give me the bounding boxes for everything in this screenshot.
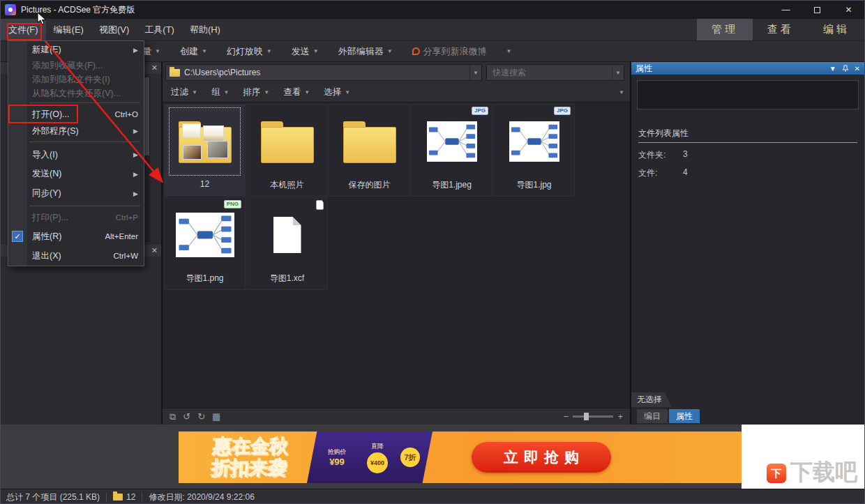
- maximize-button[interactable]: [802, 1, 833, 19]
- chevron-down-icon: ▼: [192, 89, 197, 96]
- grid-view-icon[interactable]: ▦: [212, 412, 220, 421]
- toolbar-overflow-chevron-icon[interactable]: ▼: [506, 48, 512, 54]
- file-name: 保存的图片: [349, 179, 391, 191]
- zoom-out-button[interactable]: −: [564, 411, 569, 422]
- filter-overflow-chevron-icon[interactable]: ▼: [619, 89, 624, 96]
- sort-button[interactable]: 排序▼: [243, 86, 269, 98]
- zoom-slider-thumb[interactable]: [584, 413, 589, 420]
- menu-file[interactable]: 文件(F): [1, 19, 46, 40]
- ad-banner[interactable]: 惠在金秋 折扣来袭 抢购价 ¥99 直降 ¥400 7折 立即抢购: [179, 432, 742, 483]
- close-icon[interactable]: ✕: [151, 63, 158, 72]
- property-row: 文件: 4: [638, 167, 857, 179]
- menu-item-restore-private[interactable]: 从隐私文件夹还原(V)...: [8, 87, 144, 101]
- property-label: 文件夹:: [638, 149, 683, 161]
- duplicate-view-icon[interactable]: ⧉: [170, 412, 176, 421]
- view-button[interactable]: 查看▼: [283, 86, 310, 98]
- address-row: C:\Users\pc\Pictures ▼ ▼: [163, 62, 630, 83]
- chevron-down-icon: ▼: [223, 89, 229, 96]
- submenu-arrow-icon: ▶: [133, 128, 138, 135]
- toolbar-share-weibo[interactable]: 分享到新浪微博: [412, 45, 487, 58]
- chevron-down-icon[interactable]: ▼: [829, 65, 836, 72]
- toolbar-external-editor[interactable]: 外部编辑器▼: [338, 45, 393, 58]
- menu-item-properties[interactable]: ✓属性(R)Alt+Enter: [8, 227, 144, 246]
- file-name: 12: [200, 179, 209, 189]
- menu-view[interactable]: 视图(V): [91, 19, 137, 40]
- toolbar-send[interactable]: 发送▼: [292, 45, 319, 58]
- search-input[interactable]: [487, 67, 612, 78]
- quick-search-box[interactable]: ▼: [486, 64, 624, 81]
- file-tile-image[interactable]: JPG 导图1.jpeg: [411, 104, 492, 197]
- file-thumbnail: [252, 108, 322, 175]
- select-button[interactable]: 选择▼: [324, 86, 350, 98]
- zoom-slider[interactable]: [573, 415, 613, 418]
- folder-icon: [170, 69, 180, 77]
- close-icon[interactable]: ✕: [855, 65, 860, 72]
- zoom-in-button[interactable]: +: [617, 411, 623, 422]
- toolbar-slideshow[interactable]: 幻灯放映▼: [227, 45, 272, 58]
- tab-catalog[interactable]: 编目: [637, 409, 668, 423]
- file-tile-folder[interactable]: 保存的图片: [329, 104, 410, 197]
- close-button[interactable]: ✕: [833, 1, 864, 19]
- file-tile-image[interactable]: JPG 导图1.jpg: [493, 104, 575, 197]
- submenu-arrow-icon: ▶: [133, 151, 138, 158]
- chevron-down-icon: ▼: [615, 70, 621, 76]
- checked-icon: ✓: [12, 231, 23, 242]
- menu-help[interactable]: 帮助(H): [182, 19, 228, 40]
- tab-view[interactable]: 查看: [753, 19, 808, 40]
- menu-item-send[interactable]: 发送(N)▶: [8, 165, 144, 184]
- window-title: Pictures - ACDSee 官方免费版: [21, 4, 135, 16]
- file-tile-folder-12[interactable]: 12: [164, 104, 246, 197]
- menu-item-new[interactable]: 新建(E)▶: [8, 41, 144, 59]
- properties-tabs: 编目 属性: [631, 409, 864, 423]
- menu-item-sync[interactable]: 同步(Y)▶: [8, 184, 144, 204]
- toolbar-create[interactable]: 创建▼: [180, 45, 207, 58]
- status-bar: 总计 7 个项目 (225.1 KB) 12 修改日期: 2020/9/24 9…: [1, 489, 864, 504]
- file-tile-folder[interactable]: 本机照片: [246, 104, 328, 197]
- filter-button[interactable]: 过滤▼: [171, 86, 197, 98]
- file-tile-document[interactable]: 导图1.xcf: [246, 197, 328, 290]
- menu-item-import[interactable]: 导入(I)▶: [8, 145, 144, 165]
- tab-properties[interactable]: 属性: [669, 409, 700, 423]
- submenu-arrow-icon: ▶: [133, 171, 138, 178]
- file-grid: 12 本机照片 保存的图片 JP: [163, 102, 630, 408]
- menu-tools[interactable]: 工具(T): [137, 19, 182, 40]
- group-button[interactable]: 组▼: [211, 86, 229, 98]
- address-bar[interactable]: C:\Users\pc\Pictures ▼: [165, 64, 482, 81]
- menu-item-open[interactable]: 打开(O)...Ctrl+O: [8, 106, 144, 123]
- close-icon[interactable]: ✕: [151, 246, 158, 255]
- menu-item-add-private[interactable]: 添加到隐私文件夹(I): [8, 73, 144, 87]
- menu-item-external-programs[interactable]: 外部程序(S)▶: [8, 123, 144, 139]
- submenu-arrow-icon: ▶: [133, 190, 138, 197]
- menu-item-exit[interactable]: 退出(X)Ctrl+W: [8, 246, 144, 266]
- file-name: 导图1.xcf: [270, 273, 304, 284]
- mindmap-thumbnail: [427, 121, 477, 162]
- chevron-down-icon: ▼: [473, 70, 479, 76]
- chevron-down-icon: ▼: [264, 89, 269, 96]
- file-thumbnail: [416, 108, 487, 175]
- app-icon: [5, 4, 16, 15]
- pin-icon[interactable]: [842, 65, 849, 72]
- menu-edit[interactable]: 编辑(E): [46, 19, 91, 40]
- search-dropdown-button[interactable]: ▼: [612, 65, 624, 80]
- status-folder: 12: [126, 492, 135, 502]
- document-badge-icon: [316, 200, 324, 210]
- tab-manage[interactable]: 管理: [697, 19, 753, 40]
- menu-item-add-favorites[interactable]: 添加到收藏夹(F)...: [8, 59, 144, 73]
- file-tile-image[interactable]: PNG 导图1.png: [164, 197, 246, 290]
- menu-item-print[interactable]: 打印(P)...Ctrl+P: [8, 209, 144, 227]
- folders-scrollbar[interactable]: [144, 76, 150, 242]
- menu-separator: [8, 139, 144, 145]
- rotate-left-icon[interactable]: ↺: [183, 412, 190, 421]
- ad-cta-button[interactable]: 立即抢购: [472, 442, 611, 473]
- document-icon: [273, 217, 301, 253]
- chevron-down-icon: ▼: [155, 48, 160, 54]
- property-value: 3: [683, 149, 688, 161]
- tab-edit[interactable]: 编辑: [808, 19, 864, 40]
- chevron-down-icon: ▼: [345, 89, 350, 96]
- address-dropdown-button[interactable]: ▼: [469, 65, 481, 80]
- rotate-right-icon[interactable]: ↻: [197, 412, 205, 421]
- minimize-button[interactable]: —: [770, 1, 802, 19]
- property-row: 文件夹: 3: [638, 149, 857, 161]
- scrollbar-thumb[interactable]: [144, 77, 149, 155]
- chevron-down-icon: ▼: [266, 48, 272, 54]
